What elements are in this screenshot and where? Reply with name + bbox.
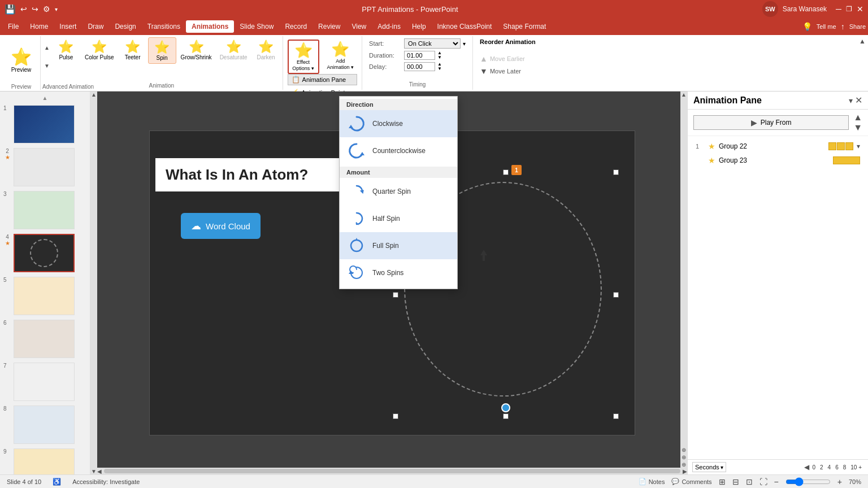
vertical-scrollbar[interactable]: ▲ ▼ [90, 91, 97, 474]
color-pulse-btn[interactable]: ⭐ Color Pulse [81, 37, 118, 63]
scroll-bottom-btn[interactable]: ▼ [91, 468, 97, 474]
start-select[interactable]: On Click [404, 38, 461, 49]
close-btn[interactable]: ✕ [857, 5, 863, 14]
redo-icon[interactable]: ↪ [32, 5, 38, 14]
spin-btn[interactable]: ⭐ Spin [148, 37, 176, 64]
play-from-button[interactable]: ▶ Play From [693, 115, 849, 130]
zoom-slider[interactable] [785, 477, 831, 486]
scroll-top-btn[interactable]: ▲ [91, 91, 97, 98]
pane-arrow-down[interactable]: ▾ [849, 96, 853, 105]
accessibility-label[interactable]: Accessibility: Investigate [72, 478, 140, 485]
scroll-left-btn[interactable]: ◀ [97, 468, 102, 474]
zoom-in-btn[interactable]: + [837, 477, 842, 486]
settings-icon[interactable]: ⚙ [43, 5, 50, 14]
rotation-handle[interactable] [501, 403, 510, 412]
clockwise-option[interactable]: Clockwise [340, 110, 457, 137]
menu-classpoint[interactable]: Inknoe ClassPoint [432, 20, 498, 33]
move-earlier-btn[interactable]: ▲ Move Earlier [480, 54, 536, 63]
slide-thumb-6[interactable]: 6 [2, 318, 88, 360]
slide-thumb-2[interactable]: 2 ★ [2, 146, 88, 188]
collapse-ribbon-btn[interactable]: ▲ [859, 37, 866, 45]
minimize-btn[interactable]: ─ [836, 5, 841, 14]
play-from-down-btn[interactable]: ▼ [853, 123, 862, 132]
menu-record[interactable]: Record [279, 20, 313, 33]
handle-tr[interactable] [613, 169, 619, 175]
view-slideshow-btn[interactable]: ⛶ [760, 477, 767, 486]
wordcloud-button[interactable]: ☁ Word Cloud [181, 213, 261, 239]
slide-thumb-5[interactable]: 5 [2, 275, 88, 317]
slide-thumb-7[interactable]: 7 [2, 361, 88, 403]
notes-btn[interactable]: 📄 Notes [639, 478, 665, 485]
grow-shrink-btn[interactable]: ⭐ Grow/Shrink [177, 37, 215, 63]
anim-item-group23[interactable]: ★ Group 23 [692, 154, 863, 167]
pane-close-btn[interactable]: ✕ [855, 95, 862, 106]
animation-pane-button[interactable]: 📋 Animation Pane [288, 74, 358, 85]
quarter-spin-option[interactable]: Quarter Spin [340, 178, 457, 205]
menu-transitions[interactable]: Transitions [142, 20, 186, 33]
effect-options-button[interactable]: ⭐ EffectOptions ▾ [288, 40, 319, 74]
timeline-prev-btn[interactable]: ◀ [804, 463, 809, 471]
handle-br[interactable] [613, 413, 619, 419]
handle-bl[interactable] [393, 413, 398, 419]
handle-tm[interactable] [503, 169, 509, 175]
full-spin-option[interactable]: Full Spin [340, 232, 457, 259]
right-scroll-btns[interactable]: ⊕ ⊕ ⊕ [682, 447, 686, 468]
slide-panel-scroll-up[interactable]: ▲ [42, 95, 48, 101]
horizontal-scrollbar[interactable]: ◀ ▶ [97, 468, 687, 474]
anim-item-group22[interactable]: 1 ★ Group 22 ▾ [692, 140, 863, 153]
menu-home[interactable]: Home [24, 20, 54, 33]
handle-ml[interactable] [393, 292, 398, 298]
teeter-btn[interactable]: ⭐ Teeter [119, 37, 147, 63]
counterclockwise-option[interactable]: Counterclockwise [340, 137, 457, 164]
start-dropdown-icon[interactable]: ▾ [463, 41, 466, 47]
slide-thumb-9[interactable]: 9 [2, 447, 88, 474]
tell-me-label[interactable]: Tell me [817, 23, 836, 30]
menu-draw[interactable]: Draw [82, 20, 109, 33]
preview-button[interactable]: ⭐ Preview [7, 45, 35, 75]
share-label[interactable]: Share [849, 23, 866, 30]
undo-icon[interactable]: ↩ [20, 5, 27, 14]
lightbulb-icon[interactable]: 💡 [802, 22, 812, 31]
restore-btn[interactable]: ❐ [846, 5, 852, 13]
slide-thumb-4[interactable]: 4 ★ [2, 232, 88, 274]
menu-addins[interactable]: Add-ins [372, 20, 406, 33]
seconds-dropdown[interactable]: Seconds ▾ [692, 462, 726, 472]
view-reading-btn[interactable]: ⊡ [746, 477, 753, 486]
handle-mr[interactable] [613, 292, 619, 298]
duration-down-btn[interactable]: ▼ [437, 55, 442, 60]
menu-view[interactable]: View [346, 20, 372, 33]
scroll-down-btn[interactable]: ▼ [44, 63, 50, 69]
menu-file[interactable]: File [2, 20, 24, 33]
menu-review[interactable]: Review [313, 20, 346, 33]
right-scrollbar[interactable]: ▲ ⊕ ⊕ ⊕ [680, 91, 687, 468]
scroll-up-btn[interactable]: ▲ [44, 45, 50, 51]
desaturate-btn[interactable]: ⭐ Desaturate [216, 37, 251, 63]
handle-bm[interactable] [503, 413, 509, 419]
duration-input[interactable] [404, 51, 435, 60]
menu-insert[interactable]: Insert [54, 20, 82, 33]
move-later-btn[interactable]: ▼ Move Later [480, 67, 536, 76]
pulse-btn[interactable]: ⭐ Pulse [52, 37, 80, 63]
save-icon[interactable]: 💾 [5, 4, 16, 15]
group22-expand-btn[interactable]: ▾ [857, 142, 860, 150]
two-spins-option[interactable]: Two Spins [340, 259, 457, 286]
view-normal-btn[interactable]: ⊞ [719, 477, 726, 486]
menu-help[interactable]: Help [406, 20, 432, 33]
menu-animations[interactable]: Animations [186, 20, 234, 33]
menu-slideshow[interactable]: Slide Show [234, 20, 279, 33]
add-animation-button[interactable]: ⭐ AddAnimation ▾ [324, 40, 358, 72]
menu-design[interactable]: Design [109, 20, 141, 33]
slide-thumb-3[interactable]: 3 [2, 189, 88, 231]
darken-btn[interactable]: ⭐ Darken [252, 37, 280, 63]
slide-thumb-8[interactable]: 8 [2, 404, 88, 446]
comments-btn[interactable]: 💬 Comments [671, 478, 711, 485]
play-from-up-btn[interactable]: ▲ [853, 113, 862, 122]
scroll-right-btn[interactable]: ▶ [683, 468, 687, 474]
delay-down-btn[interactable]: ▼ [437, 67, 442, 71]
slide-thumb-1[interactable]: 1 [2, 103, 88, 145]
share-icon[interactable]: ↑ [841, 22, 845, 31]
right-scroll-top[interactable]: ▲ [681, 91, 687, 98]
delay-input[interactable] [404, 62, 435, 71]
view-slide-sorter-btn[interactable]: ⊟ [732, 477, 739, 486]
menu-shapeformat[interactable]: Shape Format [497, 20, 552, 33]
